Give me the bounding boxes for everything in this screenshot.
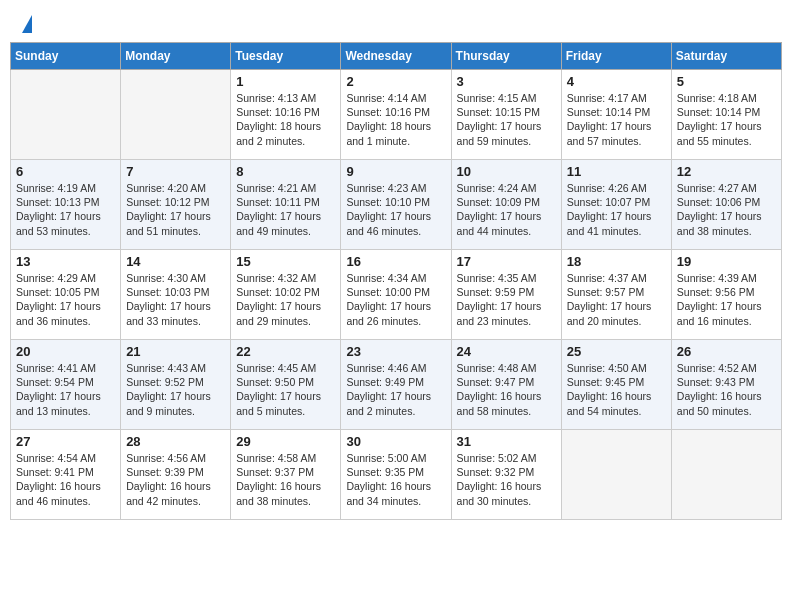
calendar-cell: 8Sunrise: 4:21 AM Sunset: 10:11 PM Dayli… (231, 160, 341, 250)
day-number: 3 (457, 74, 556, 89)
day-info: Sunrise: 4:50 AM Sunset: 9:45 PM Dayligh… (567, 361, 666, 418)
day-info: Sunrise: 4:35 AM Sunset: 9:59 PM Dayligh… (457, 271, 556, 328)
calendar-cell: 14Sunrise: 4:30 AM Sunset: 10:03 PM Dayl… (121, 250, 231, 340)
day-info: Sunrise: 4:45 AM Sunset: 9:50 PM Dayligh… (236, 361, 335, 418)
day-number: 9 (346, 164, 445, 179)
calendar-cell: 26Sunrise: 4:52 AM Sunset: 9:43 PM Dayli… (671, 340, 781, 430)
day-number: 21 (126, 344, 225, 359)
day-number: 15 (236, 254, 335, 269)
day-number: 14 (126, 254, 225, 269)
calendar-week-row: 27Sunrise: 4:54 AM Sunset: 9:41 PM Dayli… (11, 430, 782, 520)
day-info: Sunrise: 4:21 AM Sunset: 10:11 PM Daylig… (236, 181, 335, 238)
calendar-cell: 29Sunrise: 4:58 AM Sunset: 9:37 PM Dayli… (231, 430, 341, 520)
calendar-cell (561, 430, 671, 520)
day-info: Sunrise: 4:48 AM Sunset: 9:47 PM Dayligh… (457, 361, 556, 418)
day-info: Sunrise: 4:27 AM Sunset: 10:06 PM Daylig… (677, 181, 776, 238)
day-number: 22 (236, 344, 335, 359)
calendar-cell: 22Sunrise: 4:45 AM Sunset: 9:50 PM Dayli… (231, 340, 341, 430)
calendar-cell: 12Sunrise: 4:27 AM Sunset: 10:06 PM Dayl… (671, 160, 781, 250)
day-number: 8 (236, 164, 335, 179)
calendar-cell: 24Sunrise: 4:48 AM Sunset: 9:47 PM Dayli… (451, 340, 561, 430)
weekday-header-sunday: Sunday (11, 43, 121, 70)
day-info: Sunrise: 4:13 AM Sunset: 10:16 PM Daylig… (236, 91, 335, 148)
day-number: 17 (457, 254, 556, 269)
day-info: Sunrise: 4:56 AM Sunset: 9:39 PM Dayligh… (126, 451, 225, 508)
day-info: Sunrise: 4:20 AM Sunset: 10:12 PM Daylig… (126, 181, 225, 238)
weekday-header-saturday: Saturday (671, 43, 781, 70)
calendar-cell: 6Sunrise: 4:19 AM Sunset: 10:13 PM Dayli… (11, 160, 121, 250)
day-number: 30 (346, 434, 445, 449)
weekday-header-monday: Monday (121, 43, 231, 70)
calendar-cell (11, 70, 121, 160)
day-info: Sunrise: 4:14 AM Sunset: 10:16 PM Daylig… (346, 91, 445, 148)
calendar-cell: 21Sunrise: 4:43 AM Sunset: 9:52 PM Dayli… (121, 340, 231, 430)
day-info: Sunrise: 4:39 AM Sunset: 9:56 PM Dayligh… (677, 271, 776, 328)
day-info: Sunrise: 4:54 AM Sunset: 9:41 PM Dayligh… (16, 451, 115, 508)
calendar-cell: 3Sunrise: 4:15 AM Sunset: 10:15 PM Dayli… (451, 70, 561, 160)
day-info: Sunrise: 4:15 AM Sunset: 10:15 PM Daylig… (457, 91, 556, 148)
weekday-header-friday: Friday (561, 43, 671, 70)
calendar-cell: 28Sunrise: 4:56 AM Sunset: 9:39 PM Dayli… (121, 430, 231, 520)
day-info: Sunrise: 4:41 AM Sunset: 9:54 PM Dayligh… (16, 361, 115, 418)
day-info: Sunrise: 4:43 AM Sunset: 9:52 PM Dayligh… (126, 361, 225, 418)
calendar-cell: 23Sunrise: 4:46 AM Sunset: 9:49 PM Dayli… (341, 340, 451, 430)
calendar-table: SundayMondayTuesdayWednesdayThursdayFrid… (10, 42, 782, 520)
calendar-cell: 4Sunrise: 4:17 AM Sunset: 10:14 PM Dayli… (561, 70, 671, 160)
calendar-cell: 16Sunrise: 4:34 AM Sunset: 10:00 PM Dayl… (341, 250, 451, 340)
day-info: Sunrise: 5:02 AM Sunset: 9:32 PM Dayligh… (457, 451, 556, 508)
day-number: 29 (236, 434, 335, 449)
page-header (10, 10, 782, 34)
day-number: 5 (677, 74, 776, 89)
calendar-cell: 25Sunrise: 4:50 AM Sunset: 9:45 PM Dayli… (561, 340, 671, 430)
calendar-cell: 9Sunrise: 4:23 AM Sunset: 10:10 PM Dayli… (341, 160, 451, 250)
day-number: 25 (567, 344, 666, 359)
day-info: Sunrise: 4:17 AM Sunset: 10:14 PM Daylig… (567, 91, 666, 148)
day-number: 7 (126, 164, 225, 179)
calendar-cell: 10Sunrise: 4:24 AM Sunset: 10:09 PM Dayl… (451, 160, 561, 250)
day-info: Sunrise: 4:32 AM Sunset: 10:02 PM Daylig… (236, 271, 335, 328)
calendar-cell: 5Sunrise: 4:18 AM Sunset: 10:14 PM Dayli… (671, 70, 781, 160)
day-number: 27 (16, 434, 115, 449)
calendar-week-row: 13Sunrise: 4:29 AM Sunset: 10:05 PM Dayl… (11, 250, 782, 340)
calendar-cell: 17Sunrise: 4:35 AM Sunset: 9:59 PM Dayli… (451, 250, 561, 340)
calendar-cell: 13Sunrise: 4:29 AM Sunset: 10:05 PM Dayl… (11, 250, 121, 340)
calendar-cell: 27Sunrise: 4:54 AM Sunset: 9:41 PM Dayli… (11, 430, 121, 520)
calendar-cell: 30Sunrise: 5:00 AM Sunset: 9:35 PM Dayli… (341, 430, 451, 520)
day-number: 4 (567, 74, 666, 89)
day-info: Sunrise: 4:46 AM Sunset: 9:49 PM Dayligh… (346, 361, 445, 418)
logo (20, 15, 32, 29)
day-number: 13 (16, 254, 115, 269)
day-number: 19 (677, 254, 776, 269)
day-number: 28 (126, 434, 225, 449)
day-number: 12 (677, 164, 776, 179)
calendar-cell: 18Sunrise: 4:37 AM Sunset: 9:57 PM Dayli… (561, 250, 671, 340)
calendar-cell (671, 430, 781, 520)
logo-triangle-icon (22, 15, 32, 33)
weekday-header-thursday: Thursday (451, 43, 561, 70)
calendar-week-row: 1Sunrise: 4:13 AM Sunset: 10:16 PM Dayli… (11, 70, 782, 160)
day-info: Sunrise: 5:00 AM Sunset: 9:35 PM Dayligh… (346, 451, 445, 508)
day-info: Sunrise: 4:24 AM Sunset: 10:09 PM Daylig… (457, 181, 556, 238)
day-number: 11 (567, 164, 666, 179)
day-info: Sunrise: 4:26 AM Sunset: 10:07 PM Daylig… (567, 181, 666, 238)
calendar-week-row: 20Sunrise: 4:41 AM Sunset: 9:54 PM Dayli… (11, 340, 782, 430)
calendar-cell: 1Sunrise: 4:13 AM Sunset: 10:16 PM Dayli… (231, 70, 341, 160)
day-number: 18 (567, 254, 666, 269)
day-info: Sunrise: 4:52 AM Sunset: 9:43 PM Dayligh… (677, 361, 776, 418)
calendar-cell: 15Sunrise: 4:32 AM Sunset: 10:02 PM Dayl… (231, 250, 341, 340)
day-number: 1 (236, 74, 335, 89)
calendar-cell: 31Sunrise: 5:02 AM Sunset: 9:32 PM Dayli… (451, 430, 561, 520)
calendar-cell: 7Sunrise: 4:20 AM Sunset: 10:12 PM Dayli… (121, 160, 231, 250)
weekday-header-wednesday: Wednesday (341, 43, 451, 70)
day-number: 16 (346, 254, 445, 269)
calendar-cell: 19Sunrise: 4:39 AM Sunset: 9:56 PM Dayli… (671, 250, 781, 340)
day-number: 26 (677, 344, 776, 359)
calendar-week-row: 6Sunrise: 4:19 AM Sunset: 10:13 PM Dayli… (11, 160, 782, 250)
day-number: 6 (16, 164, 115, 179)
day-info: Sunrise: 4:23 AM Sunset: 10:10 PM Daylig… (346, 181, 445, 238)
day-number: 20 (16, 344, 115, 359)
day-info: Sunrise: 4:19 AM Sunset: 10:13 PM Daylig… (16, 181, 115, 238)
day-number: 31 (457, 434, 556, 449)
day-info: Sunrise: 4:30 AM Sunset: 10:03 PM Daylig… (126, 271, 225, 328)
day-number: 24 (457, 344, 556, 359)
